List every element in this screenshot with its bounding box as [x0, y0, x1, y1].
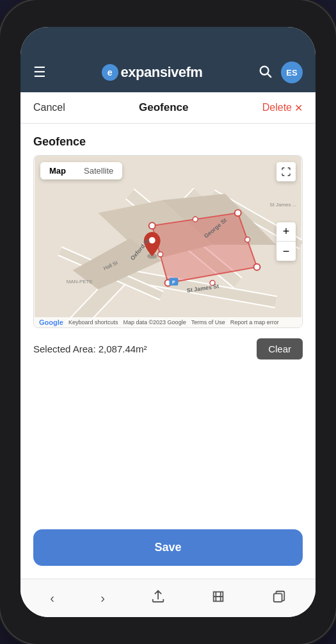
forward-button[interactable]: ›	[90, 586, 115, 611]
svg-point-21	[193, 217, 198, 222]
logo-circle: e	[102, 64, 118, 81]
zoom-in-button[interactable]: +	[276, 222, 296, 242]
nav-right: ES	[258, 62, 303, 83]
svg-point-17	[149, 222, 156, 229]
map-image: P Oxford St George St St James St Hall S…	[34, 156, 302, 327]
save-section: Save	[20, 519, 316, 579]
svg-line-1	[268, 74, 271, 77]
spacer	[20, 370, 316, 519]
bookmarks-button[interactable]	[201, 584, 236, 612]
share-button[interactable]	[141, 584, 175, 612]
svg-point-18	[235, 210, 241, 216]
svg-point-19	[254, 264, 260, 270]
cancel-button[interactable]: Cancel	[33, 102, 65, 113]
content-area: Cancel Geofence Delete ✕ Geofence Map Sa…	[20, 92, 316, 617]
selected-area-label: Selected Area: 2,087.44m²	[33, 343, 147, 354]
clear-button[interactable]: Clear	[257, 338, 303, 359]
save-button[interactable]: Save	[33, 529, 303, 566]
map-attribution: Google Keyboard shortcuts Map data ©2023…	[34, 317, 302, 327]
google-logo: Google	[39, 318, 63, 326]
section-title: Geofence	[20, 124, 316, 155]
terms-of-use: Terms of Use	[191, 319, 225, 326]
svg-rect-35	[274, 593, 282, 602]
map-tab[interactable]: Map	[40, 162, 75, 179]
bottom-nav: ‹ ›	[20, 579, 316, 617]
phone-screen: ☰ e expansivefm ES	[20, 27, 316, 617]
map-expand-button[interactable]	[276, 162, 296, 181]
action-bar: Cancel Geofence Delete ✕	[20, 92, 316, 124]
back-button[interactable]: ‹	[40, 586, 65, 611]
svg-text:MAN-PETE: MAN-PETE	[67, 279, 93, 285]
map-container: Map Satellite	[33, 155, 303, 328]
satellite-tab[interactable]: Satellite	[75, 162, 122, 179]
zoom-out-button[interactable]: −	[276, 242, 296, 261]
report-map-error: Report a map error	[230, 319, 279, 326]
keyboard-shortcuts: Keyboard shortcuts	[68, 319, 118, 326]
map-toggle: Map Satellite	[40, 162, 122, 179]
status-bar	[20, 27, 316, 55]
logo-letter: e	[108, 67, 113, 78]
map-data: Map data ©2023 Google	[123, 319, 186, 326]
delete-button[interactable]: Delete ✕	[262, 102, 303, 114]
tabs-button[interactable]	[262, 584, 296, 612]
app-logo: e expansivefm	[102, 64, 203, 81]
selected-area-row: Selected Area: 2,087.44m² Clear	[20, 328, 316, 370]
svg-text:P: P	[172, 280, 175, 285]
svg-point-22	[245, 237, 250, 242]
map-zoom-controls: + −	[276, 222, 296, 261]
phone-frame: ☰ e expansivefm ES	[0, 0, 336, 644]
logo-text: expansivefm	[121, 64, 203, 81]
svg-text:St James ...: St James ...	[269, 202, 296, 208]
svg-point-24	[158, 252, 163, 257]
search-icon[interactable]	[258, 64, 272, 81]
page-title: Geofence	[139, 101, 188, 114]
phone-notch	[117, 0, 220, 19]
menu-icon[interactable]: ☰	[33, 64, 46, 81]
nav-bar: ☰ e expansivefm ES	[20, 55, 316, 92]
user-avatar[interactable]: ES	[281, 62, 303, 83]
